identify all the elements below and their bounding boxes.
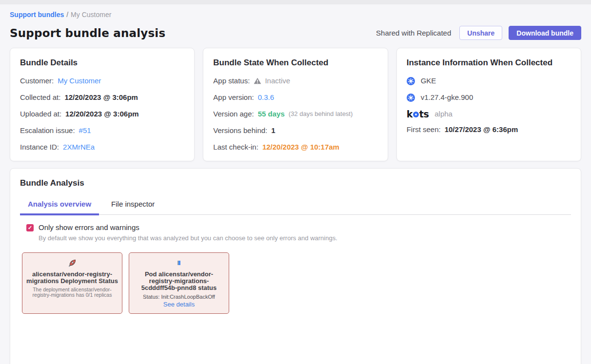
escalation-issue-label: Escalation issue: bbox=[20, 126, 75, 135]
filter-row: ✓ Only show errors and warnings By defau… bbox=[26, 223, 571, 242]
bundle-analysis-title: Bundle Analysis bbox=[20, 178, 571, 188]
app-status-value: Inactive bbox=[265, 76, 290, 86]
collected-at-value: 12/20/2023 @ 3:06pm bbox=[64, 93, 138, 102]
version-age-value: 55 days bbox=[258, 109, 285, 119]
last-checkin-row: Last check-in: 12/20/2023 @ 10:17am bbox=[213, 142, 377, 152]
deployment-status-warning-card[interactable]: alicenstar/vendor-registry-migrations De… bbox=[22, 252, 122, 314]
kots-channel: alpha bbox=[434, 109, 453, 119]
page-title: Support bundle analysis bbox=[10, 27, 165, 39]
page-content: Support bundles/My Customer Support bund… bbox=[0, 4, 591, 364]
bundle-state-title: Bundle State When Collected bbox=[213, 58, 377, 68]
kubernetes-icon bbox=[407, 94, 415, 102]
uploaded-at-label: Uploaded at: bbox=[20, 109, 61, 119]
bundle-analysis-panel: Bundle Analysis Analysis overview File i… bbox=[10, 168, 581, 364]
app-version-link[interactable]: 0.3.6 bbox=[258, 93, 274, 102]
unshare-button[interactable]: Unshare bbox=[459, 26, 502, 40]
version-age-label: Version age: bbox=[213, 109, 254, 119]
uploaded-at-row: Uploaded at: 12/20/2023 @ 3:06pm bbox=[20, 109, 184, 119]
download-bundle-button[interactable]: Download bundle bbox=[509, 26, 581, 40]
last-checkin-value: 12/20/2023 @ 10:17am bbox=[262, 142, 339, 152]
last-checkin-label: Last check-in: bbox=[213, 142, 258, 152]
breadcrumb-current: My Customer bbox=[71, 11, 111, 19]
page-header: Support bundle analysis Shared with Repl… bbox=[10, 26, 581, 40]
k8s-version-row: v1.27.4-gke.900 bbox=[407, 93, 571, 102]
kots-row: kts alpha bbox=[407, 109, 571, 119]
breadcrumb-separator: / bbox=[66, 11, 68, 19]
breadcrumb: Support bundles/My Customer bbox=[10, 10, 581, 19]
kubernetes-icon bbox=[407, 77, 415, 85]
pod-icon bbox=[177, 261, 180, 265]
distribution-value: GKE bbox=[421, 76, 436, 86]
warning-description: The deployment alicenstar/vendor-registr… bbox=[26, 287, 118, 298]
first-seen-label: First seen: bbox=[407, 125, 441, 134]
distribution-row: GKE bbox=[407, 76, 571, 86]
collected-at-label: Collected at: bbox=[20, 93, 60, 102]
escalation-issue-row: Escalation issue: #51 bbox=[20, 126, 184, 135]
collected-at-row: Collected at: 12/20/2023 @ 3:06pm bbox=[20, 93, 184, 102]
warnings-row: alicenstar/vendor-registry-migrations De… bbox=[22, 252, 571, 314]
bundle-state-card: Bundle State When Collected App status: … bbox=[203, 48, 388, 161]
versions-behind-label: Versions behind: bbox=[213, 126, 267, 135]
customer-row: Customer: My Customer bbox=[20, 76, 184, 86]
see-details-link[interactable]: See details bbox=[133, 301, 225, 308]
filter-label: Only show errors and warnings bbox=[39, 223, 337, 232]
app-version-row: App version: 0.3.6 bbox=[213, 93, 377, 102]
bundle-details-card: Bundle Details Customer: My Customer Col… bbox=[10, 48, 195, 161]
first-seen-value: 10/27/2023 @ 6:36pm bbox=[445, 125, 518, 134]
app-version-label: App version: bbox=[213, 93, 254, 102]
customer-link[interactable]: My Customer bbox=[58, 76, 101, 86]
k8s-version-value: v1.27.4-gke.900 bbox=[421, 93, 473, 102]
warning-triangle-icon bbox=[254, 77, 261, 84]
kots-logo: kts bbox=[407, 109, 429, 119]
info-cards-row: Bundle Details Customer: My Customer Col… bbox=[10, 48, 581, 161]
filter-text-block: Only show errors and warnings By default… bbox=[39, 223, 337, 242]
top-strip bbox=[0, 0, 591, 4]
first-seen-row: First seen: 10/27/2023 @ 6:36pm bbox=[407, 125, 571, 134]
escalation-issue-link[interactable]: #51 bbox=[79, 126, 91, 135]
analysis-tabs: Analysis overview File inspector bbox=[20, 200, 571, 215]
instance-id-label: Instance ID: bbox=[20, 142, 59, 152]
kots-logo-dot bbox=[413, 112, 419, 117]
bundle-details-title: Bundle Details bbox=[20, 58, 184, 68]
app-status-row: App status: Inactive bbox=[213, 76, 377, 86]
versions-behind-row: Versions behind: 1 bbox=[213, 126, 377, 135]
tab-file-inspector[interactable]: File inspector bbox=[103, 200, 162, 214]
instance-info-title: Instance Information When Collected bbox=[407, 58, 571, 68]
tab-analysis-overview[interactable]: Analysis overview bbox=[20, 200, 99, 214]
instance-id-row: Instance ID: 2XMrNEa bbox=[20, 142, 184, 152]
warning-title: alicenstar/vendor-registry-migrations De… bbox=[26, 271, 118, 285]
customer-label: Customer: bbox=[20, 76, 54, 86]
only-errors-checkbox[interactable]: ✓ bbox=[26, 224, 34, 231]
rocket-icon bbox=[68, 258, 77, 268]
warning-status: Status: Init:CrashLoopBackOff bbox=[133, 294, 225, 300]
instance-info-card: Instance Information When Collected GKE … bbox=[396, 48, 581, 161]
version-age-note: (32 days behind latest) bbox=[289, 109, 353, 119]
shared-status-text: Shared with Replicated bbox=[376, 29, 451, 37]
uploaded-at-value: 12/20/2023 @ 3:06pm bbox=[65, 109, 139, 119]
warning-title: Pod alicenstar/vendor-registry-migration… bbox=[133, 271, 225, 291]
pod-status-warning-card[interactable]: Pod alicenstar/vendor-registry-migration… bbox=[129, 252, 229, 314]
versions-behind-value: 1 bbox=[271, 126, 275, 135]
breadcrumb-support-bundles-link[interactable]: Support bundles bbox=[10, 11, 64, 19]
instance-id-link[interactable]: 2XMrNEa bbox=[63, 142, 95, 152]
filter-description: By default we show you everything that w… bbox=[39, 234, 337, 242]
version-age-row: Version age: 55 days (32 days behind lat… bbox=[213, 109, 377, 119]
app-status-label: App status: bbox=[213, 76, 250, 86]
header-actions: Shared with Replicated Unshare Download … bbox=[376, 26, 581, 40]
